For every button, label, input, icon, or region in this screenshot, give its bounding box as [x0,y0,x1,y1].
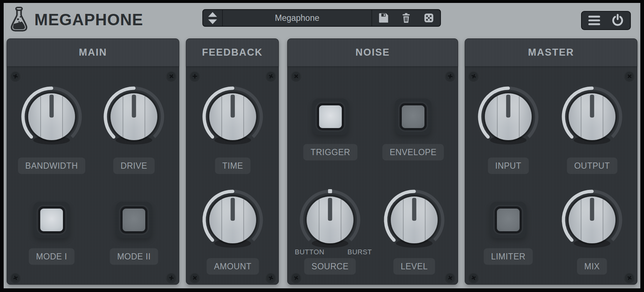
bandwidth-knob[interactable] [19,84,85,150]
mix-knob[interactable] [559,187,625,253]
screw-icon [190,71,199,81]
trigger-label: TRIGGER [303,144,357,161]
panel-noise-header: NOISE [288,39,458,66]
screw-icon [625,71,634,81]
limiter-label: LIMITER [484,248,533,265]
drive-label: DRIVE [113,158,155,174]
trigger-button-face [319,105,342,128]
source-knob[interactable] [297,187,363,253]
screw-icon [190,273,199,282]
source-label: SOURCE [304,258,356,275]
input-label: INPUT [488,158,529,174]
screw-icon [469,273,478,282]
save-preset-button[interactable] [372,10,395,26]
output-label: OUTPUT [567,158,617,174]
source-left-option-label: BUTTON [295,248,325,256]
bandwidth-label: BANDWIDTH [18,158,85,174]
panel-master: MASTER [465,38,637,285]
output-knob[interactable] [559,84,625,150]
panel-main-header: MAIN [7,39,179,66]
envelope-button-face [402,105,424,128]
preset-name[interactable]: Megaphone [223,10,371,26]
mode-i-label: MODE I [29,248,75,265]
power-icon [611,14,625,27]
preset-down-icon[interactable] [208,19,217,24]
screw-icon [266,273,276,282]
mode-i-button[interactable] [33,202,70,238]
time-knob[interactable] [200,84,266,150]
menu-button[interactable] [584,12,605,29]
window-controls [581,11,631,30]
screw-icon [166,273,176,282]
hamburger-icon [587,15,601,26]
page-title: MEGAPHONE [34,8,143,31]
level-label: LEVEL [393,258,435,275]
plugin-background: MEGAPHONE Megaphone [4,3,640,288]
mode-ii-button[interactable] [116,202,152,238]
screw-icon [469,71,478,81]
panel-title: FEEDBACK [202,47,263,58]
amount-label: AMOUNT [207,258,259,275]
panel-title: NOISE [355,47,390,58]
amount-knob[interactable] [200,187,266,253]
mode-ii-button-face [123,209,145,231]
drive-knob[interactable] [101,84,167,150]
dice-icon [423,12,434,23]
panel-feedback-header: FEEDBACK [186,39,278,66]
flask-icon [9,6,29,33]
mode-i-button-face [40,209,63,231]
level-knob[interactable] [381,187,447,253]
mode-ii-label: MODE II [110,248,158,265]
preset-up-icon[interactable] [208,12,217,17]
mix-label: MIX [577,258,607,275]
preset-bar: Megaphone [202,9,441,27]
screw-icon [266,71,276,81]
panel-master-header: MASTER [465,39,637,66]
screw-icon [291,71,301,81]
envelope-label: ENVELOPE [382,144,444,161]
screw-icon [291,273,301,282]
screw-icon [166,71,176,81]
plugin-window: MEGAPHONE Megaphone [0,0,644,292]
power-button[interactable] [607,12,628,29]
trash-icon [401,12,412,23]
panel-title: MASTER [528,47,574,58]
screw-icon [445,273,455,282]
panel-noise: NOISE TRIGGER ENVELOPE BUTTON [287,38,458,285]
limiter-button-face [497,209,520,231]
preset-spinner[interactable] [203,10,222,26]
input-knob[interactable] [475,84,541,150]
randomize-preset-button[interactable] [418,10,440,26]
preset-actions [372,10,440,26]
screw-icon [445,71,455,81]
screw-icon [11,71,20,81]
panel-main: MAIN [7,38,179,285]
trigger-button[interactable] [312,98,349,135]
time-label: TIME [215,158,251,174]
panel-feedback: FEEDBACK TIME [186,38,279,285]
floppy-icon [378,12,389,23]
source-right-option-label: BURST [348,248,372,256]
envelope-button[interactable] [395,98,431,135]
panel-title: MAIN [79,47,107,58]
screw-icon [625,273,634,282]
delete-preset-button[interactable] [395,10,418,26]
limiter-button[interactable] [490,202,527,238]
screw-icon [11,273,20,282]
